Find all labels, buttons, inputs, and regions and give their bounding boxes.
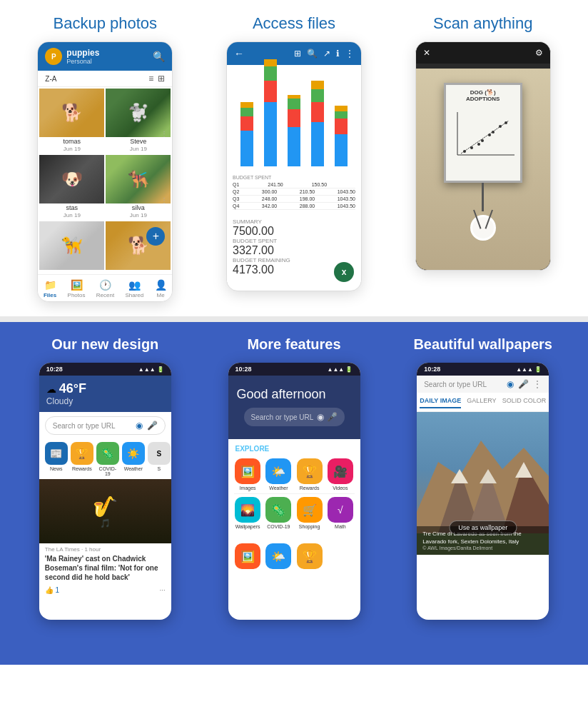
camera-icon-2[interactable]: ◉ — [317, 412, 324, 422]
photo-grid: 🐕 tomas Jun 19 🐩 Steve Jun 19 ⋮ 🐶 — [38, 87, 172, 274]
dog-photo-5: 🦮 — [39, 221, 104, 270]
excel-icon[interactable]: x — [334, 262, 354, 282]
mic-icon[interactable]: 🎤 — [147, 421, 158, 431]
more-news-button[interactable]: ··· — [159, 586, 165, 594]
phone-new-design: 10:28 ▲▲▲ 🔋 ☁ 46°F Cloudy Search or type… — [39, 363, 171, 620]
app-covid[interactable]: 🦠 COVID-19 — [96, 442, 119, 476]
grid-wallpapers[interactable]: 🌄 Wallpapers — [234, 497, 262, 529]
dog-photo-1: 🐕 — [39, 89, 104, 137]
app-weather[interactable]: ☀️ Weather — [122, 442, 145, 476]
grid-math[interactable]: √ Math — [326, 497, 354, 529]
back-icon[interactable]: ← — [234, 48, 244, 59]
grid-images[interactable]: 🖼️ Images — [234, 458, 262, 491]
rewards-label: Rewards — [72, 466, 92, 471]
news-headline[interactable]: 'Ma Rainey' cast on Chadwick Boseman's f… — [39, 553, 171, 583]
nav-recent[interactable]: 🕐 Recent — [96, 279, 114, 298]
covid-icon: 🦠 — [96, 442, 119, 465]
camera-search-icon-3[interactable]: ◉ — [507, 379, 514, 389]
search-bar-1[interactable]: Search or type URL ◉ 🎤 — [45, 416, 166, 435]
wallpaper-tabs: DAILY IMAGE GALLERY SOLID COLOR — [417, 393, 549, 412]
menu-icon[interactable]: ≡ — [148, 74, 153, 84]
wallpaper-preview: Tre Cime di Lavaredo as seen from the La… — [417, 412, 549, 555]
grid-extra-3[interactable]: 🏆 — [295, 543, 323, 570]
phone3-header: ✕ ⚙ — [416, 42, 550, 64]
more-icon-2[interactable]: ⋮ — [161, 196, 168, 204]
nav-me[interactable]: 👤 Me — [155, 279, 167, 298]
grid-extra-1[interactable]: 🖼️ — [234, 543, 262, 570]
nav-shared[interactable]: 👥 Shared — [125, 279, 143, 298]
math-label-grid: Math — [335, 524, 346, 529]
search-placeholder-1: Search or type URL — [53, 422, 116, 430]
mic-icon-3[interactable]: 🎤 — [518, 379, 529, 389]
shopping-label-grid: Shopping — [299, 524, 320, 529]
bottom-title-1: Our new design — [51, 336, 158, 353]
feature-backup-photos: Backup photos P puppies Personal 🔍 — [14, 14, 196, 302]
photo-item-4[interactable]: 🐕‍🦺 silva Jun 19 ⋮ — [106, 155, 171, 220]
explore-grid-3: 🖼️ 🌤️ 🏆 — [228, 540, 360, 576]
photo-item-6[interactable]: 🐕 + — [106, 221, 171, 273]
nav-label-me: Me — [157, 292, 165, 298]
grid-weather[interactable]: 🌤️ Weather — [265, 458, 293, 491]
math-icon-grid: √ — [328, 497, 353, 523]
more-icon[interactable]: ⋮ — [345, 49, 354, 59]
use-wallpaper-button[interactable]: Use as wallpaper — [449, 521, 517, 535]
photo-item-3[interactable]: 🐶 stas Jun 19 — [39, 155, 104, 220]
tab-solid-color[interactable]: SOLID COLOR — [502, 397, 547, 408]
mic-icon-2[interactable]: 🎤 — [327, 412, 338, 422]
close-icon[interactable]: ✕ — [423, 48, 430, 58]
app-more[interactable]: S S — [148, 442, 171, 476]
camera-search-icon[interactable]: ◉ — [136, 421, 143, 431]
explore-grid-2: 🌄 Wallpapers 🦠 COVID-19 🛒 Shopping √ Mat… — [228, 494, 360, 535]
folder-subtitle: Personal — [66, 58, 99, 65]
budget-spent-value: 3327.00 — [233, 244, 355, 257]
grid-shopping[interactable]: 🛒 Shopping — [295, 497, 323, 529]
share-icon[interactable]: ↗ — [323, 49, 330, 59]
greeting-text: Good afternoon — [237, 387, 352, 402]
summary-label: SUMMARY — [233, 218, 355, 225]
status-icons-2: ▲▲▲ 🔋 — [328, 366, 353, 373]
scanner-settings-icon[interactable]: ⚙ — [535, 48, 543, 58]
photo-item-1[interactable]: 🐕 tomas Jun 19 — [39, 89, 104, 154]
tab-gallery[interactable]: GALLERY — [467, 397, 496, 408]
status-bar-3: 10:28 ▲▲▲ 🔋 — [417, 363, 549, 376]
tab-daily-image[interactable]: DAILY IMAGE — [420, 397, 461, 408]
photo-item-5[interactable]: 🦮 — [39, 221, 104, 273]
bottom-nav: 📁 Files 🖼️ Photos 🕐 Recent 👥 — [38, 274, 172, 301]
images-label: Images — [240, 486, 256, 491]
news-source: The LA Times · 1 hour — [39, 543, 171, 553]
caption-credit: © AWL Images/Danita Delimont — [422, 545, 543, 550]
grid-icon[interactable]: ⊞ — [158, 74, 165, 84]
toolbar-icons: ≡ ⊞ — [148, 74, 165, 84]
extra-icon-3: 🏆 — [297, 543, 323, 569]
status-time-2: 10:28 — [235, 366, 252, 373]
info-icon[interactable]: ℹ — [336, 49, 340, 59]
photo-name-4: silva — [106, 203, 171, 212]
excel-chart — [227, 65, 361, 172]
nav-photos[interactable]: 🖼️ Photos — [68, 279, 86, 298]
photo-item-2[interactable]: 🐩 Steve Jun 19 ⋮ — [106, 89, 171, 154]
search-placeholder-3: Search or type URL — [424, 381, 487, 388]
like-button[interactable]: 👍 1 — [45, 586, 59, 594]
grid-view-icon[interactable]: ⊞ — [294, 49, 301, 59]
phone2-header: ← ⊞ 🔍 ↗ ℹ ⋮ — [227, 42, 361, 65]
grid-covid[interactable]: 🦠 COVID-19 — [265, 497, 293, 529]
shopping-icon-grid: 🛒 — [297, 497, 323, 523]
nav-files[interactable]: 📁 Files — [44, 279, 56, 298]
weather-widget: ☁ 46°F Cloudy — [39, 376, 171, 412]
app-rewards[interactable]: 🏆 Rewards — [71, 442, 93, 476]
grid-extra-2[interactable]: 🌤️ — [265, 543, 293, 570]
photo-date-2: Jun 19 — [106, 146, 171, 154]
sort-label[interactable]: Z-A — [45, 75, 56, 83]
search-bar-2[interactable]: Search or type URL ◉ 🎤 — [244, 408, 345, 426]
grid-rewards[interactable]: 🏆 Rewards — [295, 458, 323, 491]
nav-label-shared: Shared — [125, 292, 143, 298]
more-icon[interactable]: ⋮ — [161, 130, 168, 138]
budget-spent-label: BUDGET SPENT — [233, 238, 355, 244]
search-icon[interactable]: 🔍 — [153, 51, 165, 62]
app-news[interactable]: 📰 News — [45, 442, 68, 476]
search-bar-3[interactable]: Search or type URL ◉ 🎤 ⋮ — [417, 376, 549, 393]
news-footer: 👍 1 ··· — [39, 583, 171, 597]
search-icon[interactable]: 🔍 — [307, 49, 318, 59]
more-icon-3[interactable]: ⋮ — [533, 379, 542, 389]
grid-videos[interactable]: 🎥 Videos — [326, 458, 354, 491]
